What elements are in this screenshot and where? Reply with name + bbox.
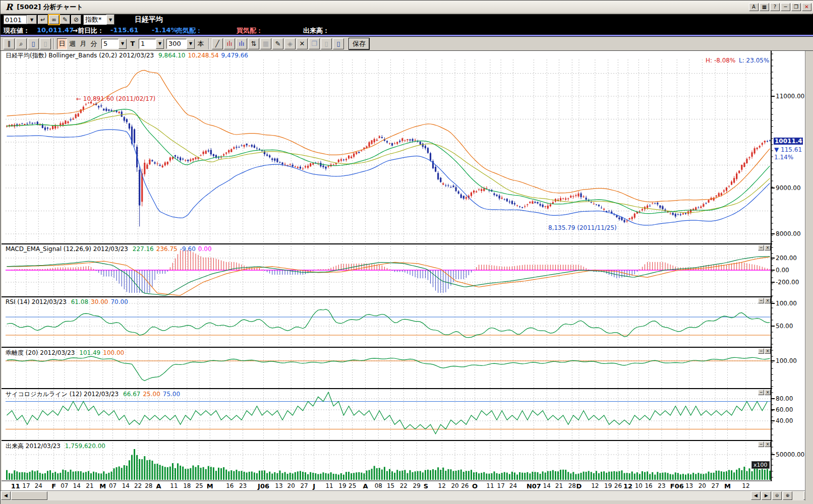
sort-arrows-icon[interactable]: ⇅ <box>248 38 259 49</box>
ask-label: 売気配： <box>176 26 202 35</box>
window-frame-bottom <box>1 500 813 504</box>
tick-type-label: T <box>128 38 138 49</box>
zoom-in-button[interactable]: ⊕ <box>783 491 792 500</box>
zoom-icon[interactable]: ⌕ <box>16 38 27 49</box>
app-logo-icon: R <box>6 2 13 12</box>
psy-panel-close-button[interactable]: × <box>765 390 771 395</box>
bars-unit-label: 本 <box>196 38 206 49</box>
bars-count-dropdown-arrow[interactable]: ▼ <box>187 39 195 49</box>
period-button-分[interactable]: 分 <box>89 38 99 49</box>
volume-bars-icon[interactable]: ılı <box>236 38 247 49</box>
print-icon[interactable]: ▯ <box>333 38 344 49</box>
bars-from-dropdown-arrow[interactable]: ▼ <box>156 39 164 49</box>
period-button-日[interactable]: 日 <box>57 38 67 49</box>
horizontal-scrollbar[interactable]: ◀ ◀▶⊖⊕ ✕ <box>1 490 813 500</box>
symbol-toolbar: ▼ ↵ ∞ ✎ ⊘ 指数* ▼ 日経平均 <box>1 14 813 25</box>
quote-bar: 現在値： 10,011.47 →前日比： -115.61 -1.14% 売気配：… <box>1 25 813 35</box>
macd-bars-icon[interactable]: ılı <box>224 38 235 49</box>
font-button[interactable]: A <box>749 3 759 11</box>
market-mode-dropdown-arrow[interactable]: ▼ <box>106 15 114 25</box>
zoom-out-button[interactable]: ⊖ <box>772 491 782 500</box>
delete-icon[interactable]: ✕ <box>297 38 308 49</box>
current-price-value: 10,011.47 <box>37 26 74 34</box>
scroll-left-button[interactable]: ◀ <box>1 491 11 500</box>
scrollbar-thumb[interactable] <box>11 491 47 500</box>
grid-icon: ▦ <box>260 38 271 49</box>
volume-label: 出来高： <box>303 26 329 35</box>
freq-select[interactable]: 5 <box>101 39 119 49</box>
step-right-button[interactable]: ▶ <box>762 491 771 500</box>
volume-unit-badge: x100 <box>751 461 770 469</box>
volume-panel-close-button[interactable]: × <box>765 442 771 447</box>
macd-panel-close-button[interactable]: × <box>765 245 771 250</box>
binoculars-search-button[interactable]: ∞ <box>49 15 59 24</box>
symbol-code-input[interactable] <box>4 15 27 24</box>
market-mode-select[interactable]: 指数* <box>83 15 106 25</box>
save-button[interactable]: 保存 <box>349 38 369 49</box>
psy-panel-minimize-button[interactable]: − <box>758 390 764 395</box>
enter-button[interactable]: ↵ <box>38 15 48 24</box>
rsi-panel-close-button[interactable]: × <box>765 298 771 303</box>
period-button-月[interactable]: 月 <box>78 38 88 49</box>
change-label: →前日比： <box>72 26 104 35</box>
close-button[interactable]: ✕ <box>802 3 811 11</box>
restore-button[interactable]: ❐ <box>791 3 801 11</box>
window-frame-right <box>805 51 813 500</box>
layout-icon: ❐ <box>309 38 320 49</box>
bars-from-select[interactable]: 1 <box>139 39 156 49</box>
change-pct-value: -1.14% <box>152 26 178 34</box>
trendline-icon[interactable]: ╱ <box>212 38 223 49</box>
chart-canvas[interactable] <box>1 1 813 504</box>
kairi-panel-minimize-button[interactable]: − <box>758 348 764 354</box>
bars-count-select[interactable]: 300 <box>166 39 187 49</box>
rsi-panel-minimize-button[interactable]: − <box>758 298 764 303</box>
minimize-button[interactable]: ─ <box>781 3 790 11</box>
eraser-icon[interactable]: ◈ <box>284 38 296 49</box>
macd-panel-minimize-button[interactable]: − <box>758 245 764 250</box>
candlestick-icon[interactable]: ‖ <box>4 38 15 49</box>
freq-dropdown-arrow[interactable]: ▼ <box>119 39 127 49</box>
tile-windows-button[interactable]: ▦ <box>760 3 769 11</box>
separator <box>208 38 209 49</box>
price-change-readout: ▼ 115.61 <box>774 146 802 153</box>
price-pct-readout: 1.14% <box>774 154 793 161</box>
window-title: [5002] 分析チャート <box>17 3 83 12</box>
volume-panel-minimize-button[interactable]: − <box>758 442 764 447</box>
memo-button[interactable]: ✎ <box>60 15 70 24</box>
copy-chart-icon: ▯ <box>40 38 51 49</box>
chart-toolbar: ‖⌕▯▯ 日週月分 5 ▼ T 1 ▼ 300 ▼ 本 ╱ılıılı⇅▦✎◈✕… <box>1 37 813 51</box>
help-button[interactable]: ? <box>770 3 780 11</box>
change-value: -115.61 <box>110 26 139 34</box>
step-left-button[interactable]: ◀ <box>751 491 761 500</box>
new-chart-icon[interactable]: ▯ <box>28 38 39 49</box>
current-price-label: 現在値： <box>4 26 30 35</box>
bid-label: 買気配： <box>237 26 263 35</box>
period-button-週[interactable]: 週 <box>68 38 78 49</box>
titlebar[interactable]: R [5002] 分析チャート A ▦ ? ─ ❐ ✕ <box>1 1 813 14</box>
pencil-icon[interactable]: ✎ <box>272 38 283 49</box>
symbol-dropdown-arrow[interactable]: ▼ <box>27 15 37 24</box>
page-icon: ▯ <box>321 38 332 49</box>
kairi-panel-close-button[interactable]: × <box>765 348 771 354</box>
app-window: R [5002] 分析チャート A ▦ ? ─ ❐ ✕ ▼ ↵ ∞ ✎ ⊘ 指数… <box>0 0 813 504</box>
current-price-badge: 10011.47 <box>774 138 803 145</box>
clear-draw-button[interactable]: ⊘ <box>71 15 81 24</box>
separator <box>53 38 54 49</box>
instrument-name: 日経平均 <box>135 15 163 24</box>
